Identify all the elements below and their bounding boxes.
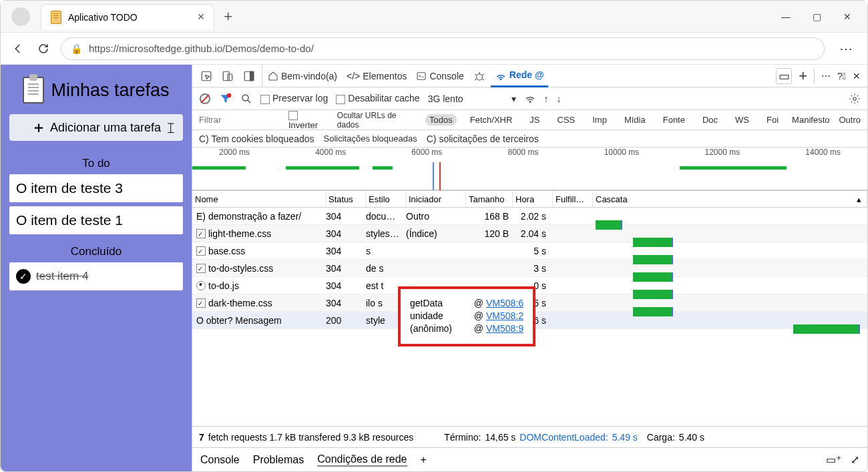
type-filter[interactable]: JS [525,114,544,126]
add-task-button[interactable]: ＋Adicionar uma tarefa 𝙸 [9,114,183,141]
url-input[interactable]: 🔒 https://microsoftedge.github.io/Demos/… [61,37,825,60]
svg-point-6 [476,74,482,80]
type-filter[interactable]: Mídia [620,114,650,126]
tab-network[interactable]: Rede @ [491,65,548,87]
table-row[interactable]: base.css 304 s 5 s [192,242,867,260]
devtools-drawer: Console Problemas Condições de rede + ▭⁺… [192,447,867,471]
col-name[interactable]: Nome [192,191,326,207]
tab-welcome[interactable]: Bem-vindo(a) [264,65,341,87]
timeline-tick: 6000 ms [411,148,442,162]
browser-menu-icon[interactable]: ⋯ [834,41,858,57]
window-close-icon[interactable]: ✕ [838,11,857,22]
text-cursor-icon: 𝙸 [166,120,176,137]
search-icon[interactable] [240,93,252,105]
drawer-console-tab[interactable]: Console [200,454,240,466]
network-timeline[interactable]: 2000 ms 4000 ms 6000 ms 8000 ms 10000 ms… [192,148,867,190]
drawer-network-conditions-tab[interactable]: Condições de rede [317,453,407,467]
reload-button[interactable] [35,41,51,57]
tab-close-icon[interactable]: × [198,10,205,24]
download-icon[interactable]: ↓ [557,93,562,104]
type-filter[interactable]: Todos [425,114,457,126]
wifi-settings-icon[interactable] [524,93,536,105]
tab-console[interactable]: Console [412,65,467,87]
new-tab-button[interactable]: + [224,8,232,25]
manifest-filter[interactable]: Manifesto [792,115,829,125]
timeline-tick: 12000 ms [704,148,740,162]
app-title-text: Minhas tarefas [51,80,169,101]
invert-checkbox[interactable]: Inverter [288,109,328,130]
blocked-cookies-toggle[interactable]: C) Tem cookies bloqueados [199,134,314,144]
svg-line-9 [201,95,209,103]
table-row[interactable]: to-do-styles.css 304 de s 3 s [192,260,867,277]
bug-icon[interactable] [469,65,489,87]
other-filter[interactable]: Outro [839,115,861,125]
browser-toolbar: 🔒 https://microsoftedge.github.io/Demos/… [1,33,867,65]
filter-input[interactable] [199,115,279,125]
throttle-chevron-icon[interactable]: ▾ [511,93,516,104]
col-status[interactable]: Status [326,191,366,207]
check-icon: ✓ [16,269,31,284]
svg-point-12 [529,101,531,102]
dom-label: DOMContentLoaded: [519,432,608,443]
window-minimize-icon[interactable]: — [777,11,795,22]
table-row[interactable]: light-theme.css 304 styles… (Índice) 120… [192,225,867,242]
col-size[interactable]: Tamanho [466,191,513,207]
type-filter[interactable]: Doc [698,114,722,126]
svg-rect-0 [202,71,211,81]
col-initiator[interactable]: Iniciador [406,191,466,207]
type-filter[interactable]: WS [731,114,753,126]
timeline-tick: 10000 ms [604,148,640,162]
third-party-toggle[interactable]: C) solicitações de terceiros [427,134,539,144]
stack-link[interactable]: VM508:6 [486,298,523,308]
filter-toggle-icon[interactable] [219,92,232,105]
lock-icon: 🔒 [71,43,82,54]
todo-item[interactable]: O item de teste 3 [9,174,183,202]
blocked-requests-toggle[interactable]: Solicitações bloqueadas [324,134,417,144]
drawer-add-tab[interactable]: + [421,454,427,466]
type-filter[interactable]: Imp [588,114,611,126]
drawer-problems-tab[interactable]: Problemas [253,454,304,466]
clipboard-icon [51,11,61,24]
back-button[interactable] [10,41,26,57]
more-icon[interactable]: ⋯ [821,71,831,81]
help-icon[interactable]: ?⃝ [837,71,846,81]
col-style[interactable]: Estilo [366,191,406,207]
record-button[interactable] [199,93,211,105]
stack-link[interactable]: VM508:9 [486,323,523,334]
browser-tab[interactable]: Aplicativo TODO × [41,4,214,29]
type-filter[interactable]: Fonte [659,114,689,126]
dock-icon[interactable] [239,65,262,87]
stack-link[interactable]: VM508:2 [486,310,523,321]
finish-time: 14,65 s [485,432,515,443]
type-filter[interactable]: CSS [554,114,580,126]
table-row[interactable]: E) demonstração a fazer/ 304 docu… Outro… [192,208,867,225]
profile-avatar[interactable] [11,7,30,26]
devtools-close-icon[interactable]: ✕ [853,71,861,81]
done-item-label: test item 4 [36,270,88,283]
drawer-expand-icon[interactable]: ⤢ [851,453,859,466]
drawer-icon[interactable]: ▭⁺ [826,453,841,466]
tab-overflow-icon[interactable]: ▭ [776,68,792,84]
tab-elements[interactable]: </>Elementos [343,65,411,87]
done-item[interactable]: ✓ test item 4 [9,262,183,290]
type-filter[interactable]: Fetch/XHR [466,114,517,126]
new-panel-button[interactable]: + [799,67,807,85]
upload-icon[interactable]: ↑ [544,93,549,104]
section-done-label: Concluído [71,245,122,258]
settings-gear-icon[interactable] [849,93,861,105]
col-time[interactable]: Hora [513,191,553,207]
device-toggle-icon[interactable] [218,65,238,87]
window-maximize-icon[interactable]: ▢ [807,11,826,22]
col-fulfilled[interactable]: Fulfill… [553,191,593,207]
disable-cache-checkbox[interactable]: Desabilitar cache [336,93,419,103]
network-filter-row: Inverter Ocultar URLs de dados Todos Fet… [192,110,867,130]
preserve-log-checkbox[interactable]: Preservar log [260,93,328,103]
hide-data-urls[interactable]: Ocultar URLs de dados [337,111,416,130]
type-filter[interactable]: Foi [763,114,783,126]
table-header: Nome Status Estilo Iniciador Tamanho Hor… [192,190,867,208]
throttle-select[interactable]: 3G lento [428,93,463,104]
inspect-icon[interactable] [196,65,216,87]
todo-item[interactable]: O item de teste 1 [9,206,183,234]
timeline-tick: 14000 ms [805,148,841,162]
col-waterfall[interactable]: Cascata▴ [593,191,867,207]
